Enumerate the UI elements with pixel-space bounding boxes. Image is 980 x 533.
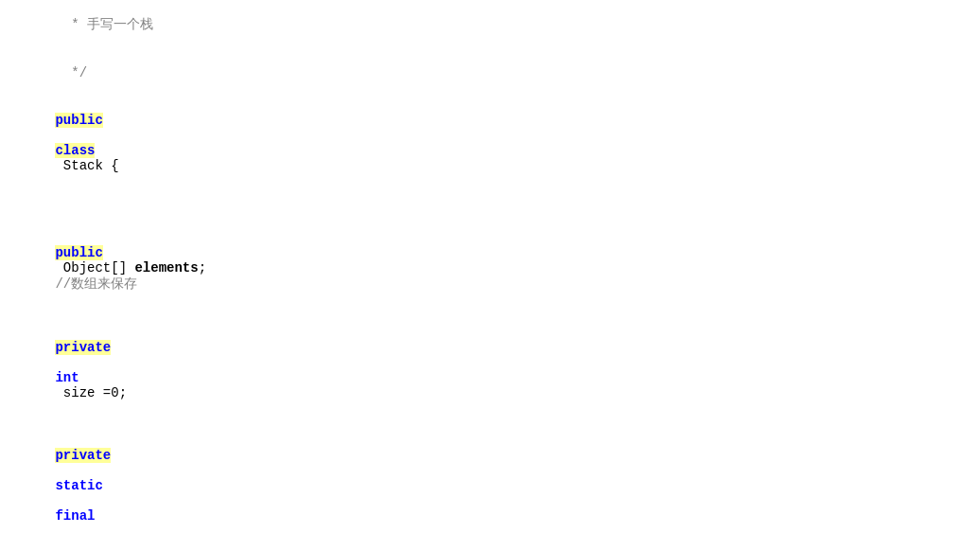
comment-text-1: * 手写一个栈 (55, 17, 153, 32)
keyword-public: public (55, 113, 102, 128)
code-line-3: public class Stack { (0, 97, 980, 189)
code-line-5: public Object[] elements; //数组来保存 (0, 214, 980, 309)
comment-text-2: */ (55, 65, 87, 80)
code-line-1: * 手写一个栈 (0, 0, 980, 49)
code-line-7: private static final int Cap = 200000 ; (0, 417, 980, 533)
keyword-class: class (55, 143, 95, 158)
keyword-private-2: private (55, 448, 111, 463)
code-line-2: */ (0, 49, 980, 97)
keyword-public-2: public (55, 245, 102, 260)
comment-elements: //数组来保存 (55, 276, 137, 292)
code-editor: * 手写一个栈 */ public class Stack { public O… (0, 0, 980, 533)
keyword-private-1: private (55, 340, 111, 355)
code-line-4 (0, 189, 980, 214)
code-line-6: private int size =0; (0, 309, 980, 417)
